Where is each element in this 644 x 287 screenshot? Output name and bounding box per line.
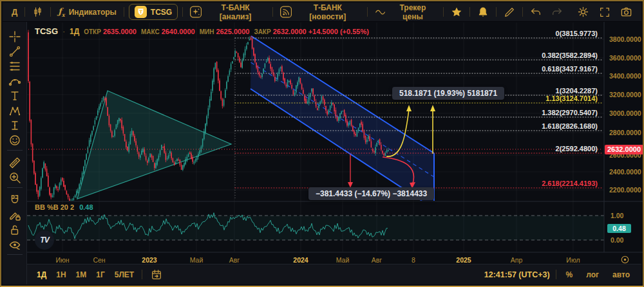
price-tick-label: 3400.0000 — [609, 72, 641, 80]
oscillator-header[interactable]: BB %B 20 20.48 — [35, 203, 93, 211]
magnet-icon — [8, 194, 21, 207]
legend-symbol[interactable]: TCSG — [35, 26, 58, 36]
redo-button[interactable] — [549, 5, 565, 19]
tcsg-instrument-button[interactable]: TCSG — [129, 4, 178, 20]
legend-timeframe[interactable]: 1Д — [70, 27, 79, 36]
price-tick-label: 2200.0000 — [609, 186, 641, 194]
timeframe-5ЛЕТ-button[interactable]: 5ЛЕТ — [113, 269, 136, 281]
pencil-icon — [504, 6, 515, 18]
time-tick-label: Июн — [55, 256, 69, 264]
fib-level-label[interactable]: 1.13(3124.7014) — [545, 95, 598, 102]
log-scale-button[interactable]: лог — [582, 270, 603, 280]
axis-settings-icon[interactable] — [620, 255, 630, 264]
ruler-tool-button[interactable] — [8, 156, 22, 170]
xabcd-tool-button[interactable] — [8, 104, 22, 118]
indicators-button[interactable]: ƒx Индикаторы — [55, 5, 119, 19]
timeframe-switcher: 1Д1Н1М1Г5ЛЕТ — [35, 269, 136, 281]
emoji-icon — [8, 134, 21, 147]
settings-button[interactable] — [574, 5, 592, 19]
auto-scale-button[interactable]: авто — [609, 270, 634, 280]
fib-level-label[interactable]: 0.382(3582.2894) — [542, 51, 598, 59]
zoom-in-icon — [8, 171, 21, 184]
ohlc-legend: TCSG · 1Д ОТКР 2635.0000 МАКС 2640.0000 … — [35, 26, 369, 36]
camera-icon — [620, 6, 632, 18]
magnet-tool-button[interactable] — [8, 193, 22, 207]
price-tracker-button[interactable]: Трекер цены — [372, 2, 439, 23]
chart-area[interactable]: TCSG · 1Д ОТКР 2635.0000 МАКС 2640.0000 … — [27, 22, 641, 264]
timeframe-1Д-button[interactable]: 1Д — [35, 269, 48, 281]
timeframe-1Г-button[interactable]: 1Г — [94, 269, 106, 281]
time-tick-label: Авг — [229, 256, 240, 264]
time-tick-label: 8 — [412, 256, 415, 264]
tbank-analysis-label: Т-БАНК [анализ] — [205, 3, 265, 21]
fullscreen-button[interactable] — [596, 5, 613, 19]
fib-icon — [8, 60, 21, 73]
curve-tool-button[interactable] — [8, 74, 22, 88]
toolbar-divider — [7, 187, 23, 188]
toolbar-divider — [7, 254, 23, 255]
trendline-icon — [8, 45, 21, 58]
time-tick-label: Май — [336, 256, 350, 264]
fib-level-label[interactable]: 1.618(2826.1680) — [542, 122, 598, 130]
time-tick-label: Сен — [93, 256, 105, 264]
projection-icon — [8, 119, 21, 132]
fib-level-label[interactable]: 0.618(3437.9167) — [542, 65, 598, 73]
price-tick-label: 3200.0000 — [609, 91, 641, 98]
toolbar-divider — [142, 270, 142, 279]
session-clock[interactable]: 12:41:57 (UTC+3) — [484, 270, 550, 279]
fib-tool-button[interactable] — [8, 59, 22, 73]
screenshot-button[interactable] — [618, 5, 635, 19]
measure-label-down[interactable]: −381.4433 (−14.67%) −3814433 — [308, 187, 434, 200]
ruler-icon — [8, 156, 21, 169]
fib-level-label[interactable]: 1(3204.2287) — [556, 87, 598, 95]
draw-lock-tool-button[interactable] — [8, 208, 22, 222]
drawing-toolbar — [3, 22, 27, 284]
undo-button[interactable] — [527, 5, 544, 19]
text-icon — [8, 89, 21, 102]
timeframe-1Н-button[interactable]: 1Н — [54, 269, 68, 281]
fib-level-label[interactable]: 1.382(2970.5407) — [542, 109, 598, 116]
time-tick-label: Май — [190, 256, 204, 264]
tbank-news-button[interactable]: Т-БАНК [новости] — [278, 2, 363, 23]
legend-separator: · — [62, 28, 65, 35]
oscillator-value-badge: 0.48 — [607, 224, 631, 233]
crosshair-tool-button[interactable] — [8, 30, 22, 44]
timeframe-1М-button[interactable]: 1М — [74, 269, 89, 281]
percent-scale-button[interactable]: % — [562, 270, 577, 280]
toolbar-divider — [50, 7, 51, 17]
eye-tool-button[interactable] — [8, 237, 22, 252]
draw-button[interactable] — [501, 5, 518, 19]
time-tick-label: 2025 — [456, 256, 471, 264]
projection-tool-button[interactable] — [8, 118, 22, 133]
go-to-date-button[interactable] — [148, 268, 165, 282]
fib-level-label[interactable]: 0(3815.9773) — [556, 30, 598, 37]
toolbar-divider — [496, 7, 497, 17]
zoom-in-tool-button[interactable] — [8, 171, 22, 185]
star-icon — [451, 6, 462, 18]
bottom-toolbar: 1Д1Н1М1Г5ЛЕТ 12:41:57 (UTC+3) % лог авто — [27, 264, 641, 284]
toolbar-divider — [556, 270, 556, 279]
tcsg-label: TCSG — [151, 8, 172, 17]
close-label: ЗАКР — [254, 28, 270, 35]
price-tracker-label: Трекер цены — [390, 3, 436, 21]
toolbar-divider — [522, 7, 523, 17]
text-tool-button[interactable] — [8, 89, 22, 103]
emoji-tool-button[interactable] — [8, 133, 22, 147]
price-tick-label: 2400.0000 — [609, 168, 641, 176]
fib-level-label[interactable]: 2(2592.4800) — [556, 145, 598, 153]
fullscreen-icon — [599, 6, 611, 18]
lock-tool-button[interactable] — [8, 223, 22, 237]
fib-level-label[interactable]: 2.618(2214.4193) — [542, 180, 598, 187]
trendline-tool-button[interactable] — [8, 44, 22, 59]
measure-label-up[interactable]: 518.1871 (19.93%) 5181871 — [392, 87, 504, 100]
favorites-button[interactable] — [448, 5, 465, 19]
trading-terminal-window: Д ƒx Индикаторы TCSG — [0, 0, 644, 287]
fx-icon: ƒx — [58, 6, 64, 18]
crosshair-icon — [8, 30, 21, 43]
chart-type-candles-button[interactable] — [30, 5, 46, 19]
alerts-button[interactable] — [475, 5, 491, 19]
oscillator-top-level: 1.00 — [611, 212, 623, 219]
tbank-analysis-button[interactable]: Т-БАНК [анализ] — [187, 2, 268, 23]
high-value: 2640.0000 — [162, 28, 195, 35]
instrument-d-button[interactable]: Д — [9, 6, 20, 18]
